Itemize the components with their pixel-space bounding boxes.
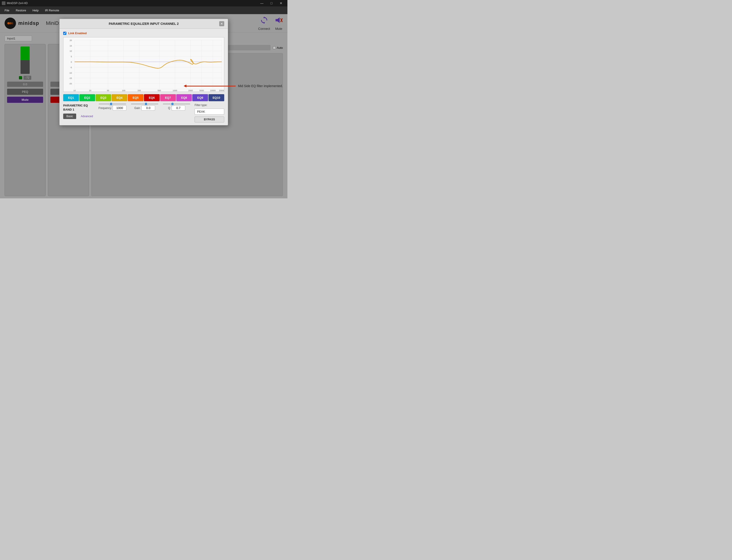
eq-band-4[interactable]: EQ4 [111, 94, 127, 101]
eq-band-6[interactable]: EQ6 [144, 94, 160, 101]
gain-slider-track[interactable] [131, 104, 158, 104]
svg-text:20000: 20000 [219, 89, 224, 92]
svg-text:15: 15 [70, 45, 72, 47]
annotation-line [185, 86, 236, 86]
eq-band-3[interactable]: EQ3 [96, 94, 111, 101]
eq-band-10[interactable]: EQ10 [208, 94, 224, 101]
frequency-label: Frequency [98, 106, 111, 110]
modal-close-button[interactable]: ✕ [219, 21, 224, 26]
title-bar-left: MiniDSP-2x4-HD [2, 1, 28, 5]
q-value-input[interactable] [171, 105, 185, 111]
title-bar-controls: — □ ✕ [257, 0, 285, 6]
svg-text:5000: 5000 [199, 89, 204, 92]
eq-band-title-line2: BAND 1 [63, 108, 96, 112]
link-enabled-checkbox[interactable] [63, 32, 66, 35]
frequency-slider-thumb[interactable] [109, 102, 113, 106]
svg-text:20: 20 [89, 89, 91, 92]
annotation-arrowhead [184, 85, 186, 87]
svg-text:-10: -10 [69, 72, 72, 74]
svg-text:20: 20 [70, 39, 72, 41]
gain-label: Gain [134, 106, 140, 110]
eq-band-info: PARAMETRIC EQ BAND 1 Basic Advanced [63, 104, 96, 119]
modal-title: PARAMETRIC EQUALIZER INPUT CHANNEL 2 [68, 22, 219, 26]
eq-chart-svg: 20 15 10 5 0 -5 -10 -15 -20 10 20 50 100 [63, 37, 224, 92]
annotation-text: Mid Side EQ filter implemented. [238, 84, 283, 88]
mid-side-annotation: Mid Side EQ filter implemented. [185, 84, 283, 88]
modal-body: Link Enabled [60, 29, 228, 125]
eq-band-title-line1: PARAMETRIC EQ [63, 104, 96, 108]
modal-header: PARAMETRIC EQUALIZER INPUT CHANNEL 2 ✕ [60, 19, 228, 29]
svg-text:2000: 2000 [188, 89, 193, 92]
q-slider-thumb[interactable] [171, 102, 174, 106]
eq-modal: PARAMETRIC EQUALIZER INPUT CHANNEL 2 ✕ L… [59, 19, 228, 125]
gain-slider-thumb[interactable] [144, 102, 148, 106]
menu-restore[interactable]: Restore [13, 8, 29, 13]
app-title: MiniDSP-2x4-HD [7, 2, 28, 5]
menu-file[interactable]: File [2, 8, 12, 13]
modal-overlay: Mid Side EQ filter implemented. PARAMETR… [0, 14, 287, 198]
basic-mode-button[interactable]: Basic [63, 114, 76, 119]
q-slider-track[interactable] [163, 104, 190, 104]
frequency-slider-track[interactable] [99, 104, 126, 104]
eq-band-8[interactable]: EQ8 [176, 94, 192, 101]
svg-text:5: 5 [71, 55, 72, 58]
svg-text:0: 0 [71, 61, 72, 63]
eq-band-5[interactable]: EQ5 [128, 94, 143, 101]
svg-text:200: 200 [137, 89, 141, 92]
close-button[interactable]: ✕ [276, 0, 285, 6]
svg-text:10: 10 [70, 50, 72, 52]
q-label: Q [168, 106, 170, 110]
eq-band-1[interactable]: EQ1 [63, 94, 79, 101]
eq-chart: 20 15 10 5 0 -5 -10 -15 -20 10 20 50 100 [63, 37, 224, 92]
title-bar: MiniDSP-2x4-HD — □ ✕ [0, 0, 287, 6]
frequency-slider-group: Frequency [98, 104, 127, 111]
gain-slider-group: Gain [131, 104, 158, 111]
link-enabled-label: Link Enabled [68, 31, 87, 35]
q-slider-group: Q [163, 104, 190, 111]
menu-help[interactable]: Help [30, 8, 41, 13]
eq-controls-area: PARAMETRIC EQ BAND 1 Basic Advanced [63, 104, 224, 122]
svg-text:50: 50 [107, 89, 109, 92]
menu-ir-remote[interactable]: IR Remote [42, 8, 62, 13]
minimize-button[interactable]: — [257, 0, 266, 6]
svg-text:10000: 10000 [210, 89, 216, 92]
svg-text:1000: 1000 [173, 89, 177, 92]
link-enabled-row: Link Enabled [63, 31, 224, 35]
app-area: minidsp MiniDSP-2x4-HD Connect [0, 14, 287, 198]
bypass-button[interactable]: BYPASS [194, 117, 224, 122]
filter-type-label: Filter type: [194, 104, 224, 107]
eq-band-9[interactable]: EQ9 [192, 94, 208, 101]
svg-text:100: 100 [122, 89, 125, 92]
eq-bands-row: EQ1 EQ2 EQ3 EQ4 EQ5 EQ6 EQ7 EQ8 EQ9 EQ10 [63, 94, 224, 101]
svg-text:500: 500 [158, 89, 161, 92]
frequency-value-input[interactable] [113, 105, 126, 111]
filter-type-area: Filter type: PEAK BYPASS [194, 104, 224, 122]
svg-text:-20: -20 [69, 83, 72, 85]
svg-text:10: 10 [73, 89, 76, 92]
menu-bar: File Restore Help IR Remote [0, 6, 287, 14]
maximize-button[interactable]: □ [267, 0, 276, 6]
eq-mode-buttons: Basic Advanced [63, 114, 96, 119]
eq-band-7[interactable]: EQ7 [160, 94, 176, 101]
svg-text:-5: -5 [70, 66, 72, 69]
gain-value-input[interactable] [141, 105, 155, 111]
app-icon [2, 1, 5, 5]
eq-sliders: Frequency [98, 104, 192, 111]
eq-band-2[interactable]: EQ2 [79, 94, 95, 101]
advanced-mode-button[interactable]: Advanced [78, 114, 96, 119]
svg-text:-15: -15 [69, 77, 72, 79]
filter-type-value[interactable]: PEAK [194, 109, 224, 115]
